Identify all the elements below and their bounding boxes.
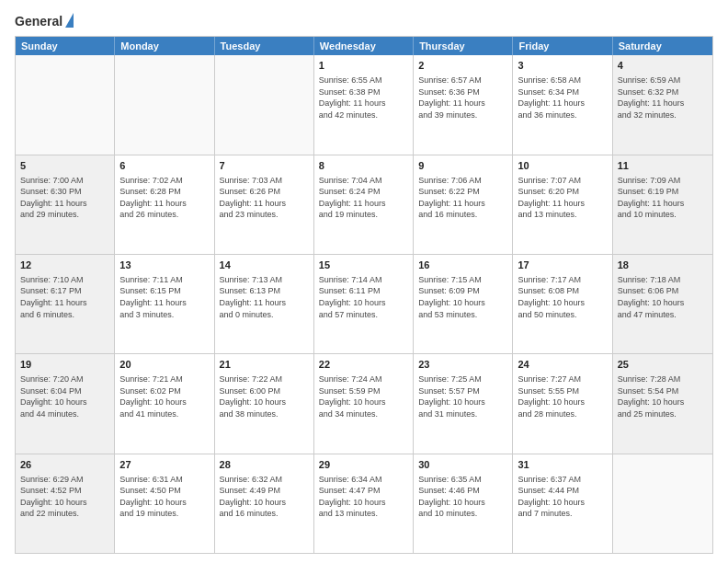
calendar-cell: 27Sunrise: 6:31 AM Sunset: 4:50 PM Dayli… bbox=[115, 454, 214, 553]
calendar-cell: 7Sunrise: 7:03 AM Sunset: 6:26 PM Daylig… bbox=[215, 155, 314, 254]
calendar-header: SundayMondayTuesdayWednesdayThursdayFrid… bbox=[16, 37, 712, 55]
day-number: 15 bbox=[319, 259, 408, 272]
weekday-header-wednesday: Wednesday bbox=[314, 37, 414, 55]
calendar-cell: 12Sunrise: 7:10 AM Sunset: 6:17 PM Dayli… bbox=[16, 255, 115, 353]
calendar-cell: 9Sunrise: 7:06 AM Sunset: 6:22 PM Daylig… bbox=[414, 155, 513, 254]
day-number: 11 bbox=[618, 159, 708, 173]
calendar-cell: 14Sunrise: 7:13 AM Sunset: 6:13 PM Dayli… bbox=[215, 255, 314, 353]
day-number: 17 bbox=[518, 259, 607, 272]
calendar-cell: 19Sunrise: 7:20 AM Sunset: 6:04 PM Dayli… bbox=[16, 354, 115, 453]
weekday-header-saturday: Saturday bbox=[613, 37, 712, 55]
day-info: Sunrise: 7:07 AM Sunset: 6:20 PM Dayligh… bbox=[518, 175, 607, 221]
calendar-cell: 11Sunrise: 7:09 AM Sunset: 6:19 PM Dayli… bbox=[613, 155, 712, 254]
calendar-cell: 15Sunrise: 7:14 AM Sunset: 6:11 PM Dayli… bbox=[314, 255, 414, 353]
calendar-cell: 28Sunrise: 6:32 AM Sunset: 4:49 PM Dayli… bbox=[215, 454, 314, 553]
day-number: 13 bbox=[119, 259, 209, 272]
day-info: Sunrise: 7:27 AM Sunset: 5:55 PM Dayligh… bbox=[518, 373, 607, 419]
day-info: Sunrise: 6:31 AM Sunset: 4:50 PM Dayligh… bbox=[119, 474, 209, 520]
day-number: 8 bbox=[319, 159, 408, 173]
calendar-cell: 20Sunrise: 7:21 AM Sunset: 6:02 PM Dayli… bbox=[115, 354, 214, 453]
day-info: Sunrise: 7:11 AM Sunset: 6:15 PM Dayligh… bbox=[119, 274, 209, 320]
calendar-row-1: 5Sunrise: 7:00 AM Sunset: 6:30 PM Daylig… bbox=[16, 155, 712, 254]
calendar-cell: 8Sunrise: 7:04 AM Sunset: 6:24 PM Daylig… bbox=[314, 155, 414, 254]
day-number: 22 bbox=[319, 358, 408, 372]
day-number: 28 bbox=[220, 458, 309, 472]
calendar-cell: 13Sunrise: 7:11 AM Sunset: 6:15 PM Dayli… bbox=[115, 255, 214, 353]
weekday-header-monday: Monday bbox=[115, 37, 214, 55]
calendar-cell: 3Sunrise: 6:58 AM Sunset: 6:34 PM Daylig… bbox=[513, 55, 612, 154]
calendar-cell bbox=[613, 454, 712, 553]
calendar-cell: 30Sunrise: 6:35 AM Sunset: 4:46 PM Dayli… bbox=[414, 454, 513, 553]
day-number: 5 bbox=[20, 159, 109, 173]
day-number: 31 bbox=[518, 458, 607, 472]
weekday-header-sunday: Sunday bbox=[16, 37, 115, 55]
calendar-cell: 29Sunrise: 6:34 AM Sunset: 4:47 PM Dayli… bbox=[314, 454, 414, 553]
calendar: SundayMondayTuesdayWednesdayThursdayFrid… bbox=[15, 36, 713, 554]
day-info: Sunrise: 6:35 AM Sunset: 4:46 PM Dayligh… bbox=[418, 474, 507, 520]
calendar-cell: 4Sunrise: 6:59 AM Sunset: 6:32 PM Daylig… bbox=[613, 55, 712, 154]
day-info: Sunrise: 7:15 AM Sunset: 6:09 PM Dayligh… bbox=[418, 274, 507, 320]
day-number: 24 bbox=[518, 358, 607, 372]
calendar-body: 1Sunrise: 6:55 AM Sunset: 6:38 PM Daylig… bbox=[16, 55, 712, 553]
calendar-cell: 16Sunrise: 7:15 AM Sunset: 6:09 PM Dayli… bbox=[414, 255, 513, 353]
day-info: Sunrise: 7:00 AM Sunset: 6:30 PM Dayligh… bbox=[20, 175, 109, 221]
day-number: 27 bbox=[119, 458, 209, 472]
calendar-row-0: 1Sunrise: 6:55 AM Sunset: 6:38 PM Daylig… bbox=[16, 55, 712, 154]
day-info: Sunrise: 7:14 AM Sunset: 6:11 PM Dayligh… bbox=[319, 274, 408, 320]
day-info: Sunrise: 6:29 AM Sunset: 4:52 PM Dayligh… bbox=[20, 474, 109, 520]
day-number: 10 bbox=[518, 159, 607, 173]
calendar-cell: 17Sunrise: 7:17 AM Sunset: 6:08 PM Dayli… bbox=[513, 255, 612, 353]
calendar-row-4: 26Sunrise: 6:29 AM Sunset: 4:52 PM Dayli… bbox=[16, 454, 712, 553]
day-number: 23 bbox=[418, 358, 507, 372]
day-number: 7 bbox=[220, 159, 309, 173]
calendar-cell: 5Sunrise: 7:00 AM Sunset: 6:30 PM Daylig… bbox=[16, 155, 115, 254]
logo-triangle-icon bbox=[65, 13, 74, 28]
day-info: Sunrise: 6:55 AM Sunset: 6:38 PM Dayligh… bbox=[319, 75, 408, 121]
calendar-cell: 25Sunrise: 7:28 AM Sunset: 5:54 PM Dayli… bbox=[613, 354, 712, 453]
day-number: 12 bbox=[20, 259, 109, 272]
weekday-header-thursday: Thursday bbox=[414, 37, 513, 55]
day-number: 20 bbox=[119, 358, 209, 372]
day-number: 14 bbox=[220, 259, 309, 272]
day-info: Sunrise: 6:59 AM Sunset: 6:32 PM Dayligh… bbox=[618, 75, 708, 121]
day-info: Sunrise: 6:34 AM Sunset: 4:47 PM Dayligh… bbox=[319, 474, 408, 520]
calendar-cell bbox=[215, 55, 314, 154]
day-number: 16 bbox=[418, 259, 507, 272]
day-info: Sunrise: 7:09 AM Sunset: 6:19 PM Dayligh… bbox=[618, 175, 708, 221]
day-number: 21 bbox=[220, 358, 309, 372]
day-info: Sunrise: 6:58 AM Sunset: 6:34 PM Dayligh… bbox=[518, 75, 607, 121]
logo: General bbox=[15, 15, 74, 27]
header: General bbox=[15, 15, 713, 27]
weekday-header-friday: Friday bbox=[513, 37, 612, 55]
calendar-row-2: 12Sunrise: 7:10 AM Sunset: 6:17 PM Dayli… bbox=[16, 254, 712, 353]
day-info: Sunrise: 7:18 AM Sunset: 6:06 PM Dayligh… bbox=[618, 274, 708, 320]
calendar-row-3: 19Sunrise: 7:20 AM Sunset: 6:04 PM Dayli… bbox=[16, 353, 712, 453]
calendar-cell: 21Sunrise: 7:22 AM Sunset: 6:00 PM Dayli… bbox=[215, 354, 314, 453]
day-info: Sunrise: 7:25 AM Sunset: 5:57 PM Dayligh… bbox=[418, 373, 507, 419]
day-number: 1 bbox=[319, 59, 408, 73]
day-info: Sunrise: 7:10 AM Sunset: 6:17 PM Dayligh… bbox=[20, 274, 109, 320]
calendar-cell: 1Sunrise: 6:55 AM Sunset: 6:38 PM Daylig… bbox=[314, 55, 414, 154]
calendar-cell: 10Sunrise: 7:07 AM Sunset: 6:20 PM Dayli… bbox=[513, 155, 612, 254]
page: General SundayMondayTuesdayWednesdayThur… bbox=[0, 0, 728, 563]
calendar-cell: 24Sunrise: 7:27 AM Sunset: 5:55 PM Dayli… bbox=[513, 354, 612, 453]
day-info: Sunrise: 6:57 AM Sunset: 6:36 PM Dayligh… bbox=[418, 75, 507, 121]
calendar-cell: 6Sunrise: 7:02 AM Sunset: 6:28 PM Daylig… bbox=[115, 155, 214, 254]
day-number: 29 bbox=[319, 458, 408, 472]
day-number: 18 bbox=[618, 259, 708, 272]
day-info: Sunrise: 6:37 AM Sunset: 4:44 PM Dayligh… bbox=[518, 474, 607, 520]
day-info: Sunrise: 7:22 AM Sunset: 6:00 PM Dayligh… bbox=[220, 373, 309, 419]
day-info: Sunrise: 7:13 AM Sunset: 6:13 PM Dayligh… bbox=[220, 274, 309, 320]
calendar-cell: 26Sunrise: 6:29 AM Sunset: 4:52 PM Dayli… bbox=[16, 454, 115, 553]
calendar-cell bbox=[16, 55, 115, 154]
calendar-cell: 2Sunrise: 6:57 AM Sunset: 6:36 PM Daylig… bbox=[414, 55, 513, 154]
day-info: Sunrise: 7:21 AM Sunset: 6:02 PM Dayligh… bbox=[119, 373, 209, 419]
day-info: Sunrise: 7:04 AM Sunset: 6:24 PM Dayligh… bbox=[319, 175, 408, 221]
day-info: Sunrise: 6:32 AM Sunset: 4:49 PM Dayligh… bbox=[220, 474, 309, 520]
day-info: Sunrise: 7:20 AM Sunset: 6:04 PM Dayligh… bbox=[20, 373, 109, 419]
day-number: 9 bbox=[418, 159, 507, 173]
day-number: 26 bbox=[20, 458, 109, 472]
logo-general: General bbox=[15, 15, 63, 29]
weekday-header-tuesday: Tuesday bbox=[215, 37, 314, 55]
day-number: 3 bbox=[518, 59, 607, 73]
